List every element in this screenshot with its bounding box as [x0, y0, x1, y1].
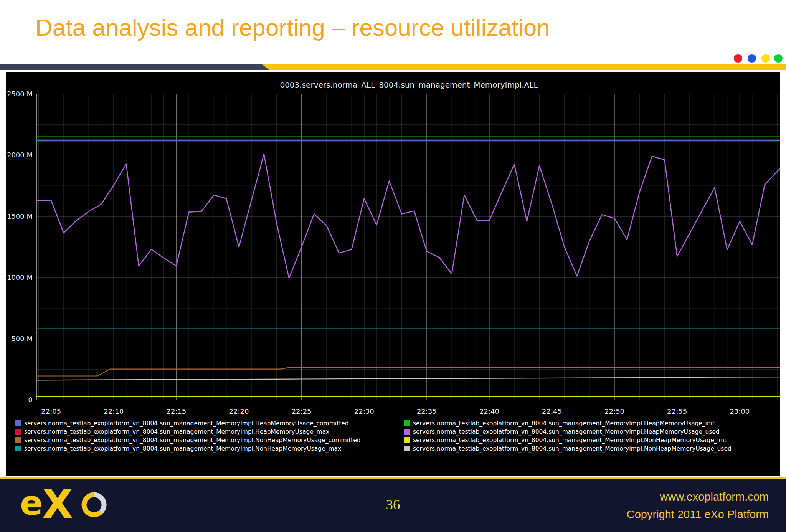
y-tick-label: 1500 M	[7, 212, 33, 220]
x-tick-label: 22:20	[229, 407, 249, 415]
legend-item-HeapMemoryUsage_used: servers.norma_testlab_exoplatform_vn_800…	[404, 428, 720, 435]
footer-accent-line	[0, 477, 786, 479]
legend-swatch	[15, 437, 21, 443]
legend-swatch	[404, 429, 410, 435]
x-tick-label: 22:15	[166, 407, 186, 415]
legend-swatch	[404, 420, 410, 426]
legend-swatch	[15, 446, 21, 451]
x-tick-label: 22:30	[354, 407, 374, 415]
x-tick-label: 22:35	[417, 407, 437, 415]
y-tick-label: 500 M	[11, 335, 33, 343]
slide: Data analysis and reporting – resource u…	[0, 0, 786, 532]
legend-swatch	[404, 446, 410, 451]
legend-swatch	[15, 429, 21, 435]
memory-usage-chart: 0003.servers.norma_ALL_8004.sun_manageme…	[6, 72, 780, 476]
header-dot-3	[774, 54, 783, 63]
x-tick-label: 22:25	[292, 407, 312, 415]
legend-label: servers.norma_testlab_exoplatform_vn_800…	[413, 437, 727, 444]
legend-label: servers.norma_testlab_exoplatform_vn_800…	[413, 428, 720, 435]
legend-swatch	[404, 437, 410, 443]
legend-label: servers.norma_testlab_exoplatform_vn_800…	[24, 420, 349, 427]
legend-item-NonHeapMemoryUsage_committed: servers.norma_testlab_exoplatform_vn_800…	[15, 437, 361, 443]
header-dot-0	[734, 54, 742, 63]
header-divider-bar	[0, 64, 786, 70]
x-tick-label: 22:55	[667, 407, 687, 415]
footer: e X 36 www.exoplatform.com Copyright 201…	[0, 477, 786, 532]
header-dot-1	[748, 54, 756, 63]
legend-item-HeapMemoryUsage_max: servers.norma_testlab_exoplatform_vn_800…	[15, 428, 329, 435]
y-tick-label: 2000 M	[7, 151, 33, 159]
legend-item-NonHeapMemoryUsage_max: servers.norma_testlab_exoplatform_vn_800…	[15, 445, 341, 452]
legend-item-NonHeapMemoryUsage_init: servers.norma_testlab_exoplatform_vn_800…	[404, 437, 727, 443]
y-tick-label: 2500 M	[7, 90, 33, 98]
slide-title: Data analysis and reporting – resource u…	[35, 14, 550, 41]
series-line-NonHeapMemoryUsage_used	[36, 377, 780, 380]
legend-label: servers.norma_testlab_exoplatform_vn_800…	[413, 445, 732, 452]
x-tick-label: 22:45	[542, 407, 562, 415]
header-dot-2	[761, 54, 770, 63]
y-tick-label: 1000 M	[7, 273, 33, 281]
series-line-NonHeapMemoryUsage_committed	[36, 367, 780, 376]
chart-title: 0003.servers.norma_ALL_8004.sun_manageme…	[280, 80, 538, 89]
x-tick-label: 22:40	[479, 407, 499, 415]
legend-label: servers.norma_testlab_exoplatform_vn_800…	[24, 437, 361, 444]
footer-url: www.exoplatform.com	[627, 488, 769, 506]
legend-item-HeapMemoryUsage_committed: servers.norma_testlab_exoplatform_vn_800…	[15, 420, 349, 426]
legend-item-HeapMemoryUsage_init: servers.norma_testlab_exoplatform_vn_800…	[404, 420, 715, 426]
legend-item-NonHeapMemoryUsage_used: servers.norma_testlab_exoplatform_vn_800…	[404, 445, 732, 452]
series-line-HeapMemoryUsage_used	[36, 154, 780, 278]
x-tick-label: 22:10	[104, 407, 124, 415]
legend-label: servers.norma_testlab_exoplatform_vn_800…	[24, 428, 329, 435]
x-tick-label: 22:05	[41, 407, 61, 415]
footer-copyright: Copyright 2011 eXo Platform	[627, 506, 769, 523]
x-tick-label: 22:50	[604, 407, 624, 415]
footer-text-block: www.exoplatform.com Copyright 2011 eXo P…	[627, 488, 769, 524]
legend-label: servers.norma_testlab_exoplatform_vn_800…	[24, 445, 341, 452]
memory-usage-chart-panel: 0003.servers.norma_ALL_8004.sun_manageme…	[6, 72, 780, 476]
x-tick-label: 23:00	[730, 407, 750, 415]
y-tick-label: 0	[28, 396, 33, 404]
legend-swatch	[15, 420, 21, 426]
legend-label: servers.norma_testlab_exoplatform_vn_800…	[413, 420, 715, 427]
